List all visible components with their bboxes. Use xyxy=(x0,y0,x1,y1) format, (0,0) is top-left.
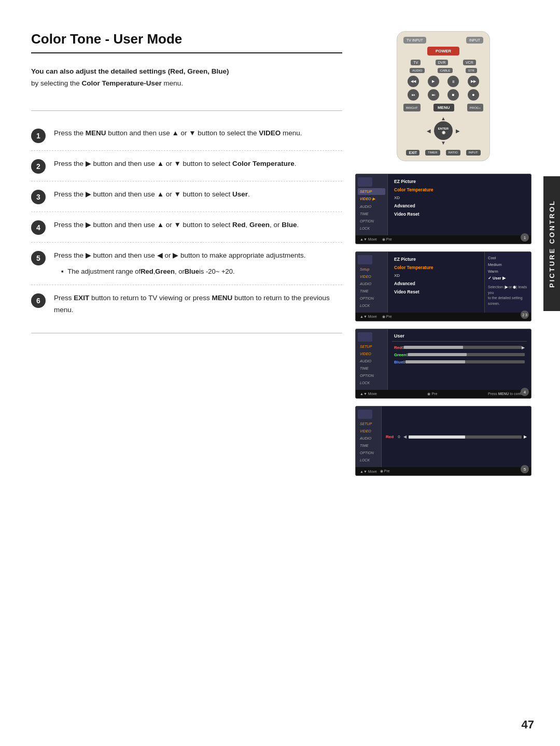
screen-4-bottom: ▲▼ Move ◉ Pre xyxy=(356,467,531,475)
enter-button[interactable]: ENTER ◉ xyxy=(434,121,453,140)
screen-2-advanced: Advanced xyxy=(392,279,480,287)
remote-row-1: TV DVR VCR xyxy=(403,60,483,65)
cable-btn[interactable]: CABLE xyxy=(438,68,453,73)
remote-power-row: POWER xyxy=(403,47,483,55)
screen-1-setup: SETUP xyxy=(358,188,385,195)
timer-btn[interactable]: TIMER xyxy=(425,150,440,156)
screen-4-move: ▲▼ Move xyxy=(360,470,377,473)
right-panel: TV INPUT INPUT POWER TV DVR VCR AUDIO CA… xyxy=(355,31,531,483)
screen-4-pre: ◉ Pre xyxy=(380,469,390,473)
screen-2-colortemp: Color Temperature xyxy=(392,263,480,271)
screen-1-colortemp: Color Temperature xyxy=(392,186,527,193)
screen-2-move: ▲▼ Move xyxy=(360,315,377,319)
screen-4-inner: SETUP VIDEO AUDIO TIME OPTION LOCK Red 0… xyxy=(356,406,531,467)
screen-3-option: OPTION xyxy=(358,372,385,379)
remote-row-3: ◀◀ ▶ ⏸ ▶▶ xyxy=(403,76,483,87)
step-number-1: 1 xyxy=(31,129,46,143)
screen-2-medium: Medium xyxy=(488,261,528,268)
screen-3-lock: LOCK xyxy=(358,379,385,386)
remote-nav: ▲ ◀ ENTER ◉ ▶ ▼ xyxy=(403,116,483,146)
screen-3-sidebar: SETUP VIDEO AUDIO TIME OPTION LOCK xyxy=(356,329,388,390)
screen-4-lock: LOCK xyxy=(358,457,379,463)
screen-4-time: TIME xyxy=(358,442,379,449)
screen-4-red-value: 0 xyxy=(398,434,400,439)
skip-btn[interactable]: ⏭ xyxy=(428,89,439,101)
menu-btn[interactable]: MENU xyxy=(433,104,454,111)
divider-top xyxy=(31,110,342,111)
audio-btn[interactable]: AUDIO xyxy=(410,68,425,73)
screen-1-bottom: ▲▼ Move ◉ Pre xyxy=(356,235,531,244)
nav-right-btn[interactable]: ▶ xyxy=(456,128,460,134)
screen-4-red-label: Red xyxy=(386,434,394,439)
side-tab: PICTURE CONTROL xyxy=(543,176,560,311)
screen-1-thumb xyxy=(358,177,372,187)
stop-btn[interactable]: ⏹ xyxy=(447,89,459,101)
step-1: 1 Press the MENU button and then use ▲ o… xyxy=(31,120,342,151)
screen-4-red-bar xyxy=(409,435,522,439)
screen-2-time: TIME xyxy=(358,288,385,294)
side-tab-label: PICTURE CONTROL xyxy=(548,200,556,288)
screen-4-badge: 5 xyxy=(521,465,529,473)
screen-3-audio: AUDIO xyxy=(358,358,385,364)
screen-3-blue-value: 0 xyxy=(403,360,405,364)
screen-4-setup: SETUP xyxy=(358,420,379,427)
screen-3-move: ▲▼ Move xyxy=(360,392,377,396)
exit-btn[interactable]: EXIT xyxy=(406,150,419,156)
step-text-3: Press the ▶ button and then use ▲ or ▼ b… xyxy=(54,189,250,201)
screen-1-move: ▲▼ Move xyxy=(360,237,377,242)
ff-btn[interactable]: ▶▶ xyxy=(468,76,479,87)
screen-2-inner: Setup VIDEO AUDIO TIME OPTION LOCK EZ Pi… xyxy=(356,252,531,313)
screen-3-green-bar xyxy=(408,353,525,356)
screen-2-video: VIDEO xyxy=(358,273,385,280)
step-5: 5 Press the ▶ button and then use ◀ or ▶… xyxy=(31,243,342,285)
screen-1-lock: LOCK xyxy=(358,225,385,232)
nav-down-btn[interactable]: ▼ xyxy=(441,140,446,146)
screen-1-main: EZ Picture Color Temperature XD Advanced… xyxy=(388,174,531,235)
vcr-btn[interactable]: VCR xyxy=(463,60,476,65)
pause-btn[interactable]: ⏸ xyxy=(447,76,459,87)
step-text-2: Press the ▶ button and then use ▲ or ▼ b… xyxy=(54,158,296,170)
progup-btn[interactable]: PROG+ xyxy=(467,104,483,111)
nav-left-btn[interactable]: ◀ xyxy=(427,128,431,134)
step-number-2: 2 xyxy=(31,159,46,174)
screen-1-badge: 1 xyxy=(521,233,529,242)
screen-4-option: OPTION xyxy=(358,449,379,456)
bright-btn[interactable]: BRIGHT xyxy=(403,104,421,111)
ratio-btn[interactable]: RATIO xyxy=(446,150,460,156)
power-button[interactable]: POWER xyxy=(427,47,459,55)
screen-2-thumb xyxy=(358,255,372,264)
step-number-6: 6 xyxy=(31,293,46,308)
screen-2-user: ✓ User ▶ xyxy=(488,275,528,281)
screen-2-lock: LOCK xyxy=(358,302,385,309)
prev-btn[interactable]: ⏮ xyxy=(408,89,419,101)
input-btn[interactable]: INPUT xyxy=(466,37,483,44)
remote-row-2: AUDIO CABLE STR xyxy=(403,68,483,73)
screen-1-videoreset: Video Reset xyxy=(392,210,527,218)
str-btn[interactable]: STR xyxy=(466,68,477,73)
screen-1-option: OPTION xyxy=(358,218,385,224)
nav-up-btn[interactable]: ▲ xyxy=(441,116,446,121)
divider-bottom xyxy=(31,333,342,333)
screen-2-videoreset: Video Reset xyxy=(392,288,480,295)
input2-btn[interactable]: INPUT xyxy=(466,150,481,156)
step-text-5: Press the ▶ button and then use ◀ or ▶ b… xyxy=(54,250,306,277)
screen-1-xd: XD xyxy=(392,194,527,201)
screen-1: SETUP VIDEO ▶ AUDIO TIME OPTION LOCK EZ … xyxy=(355,174,531,244)
page-title: Color Tone - User Mode xyxy=(31,31,342,53)
screen-2: Setup VIDEO AUDIO TIME OPTION LOCK EZ Pi… xyxy=(355,251,531,321)
tv-input-btn[interactable]: TV INPUT xyxy=(403,37,426,44)
rew-btn[interactable]: ◀◀ xyxy=(408,76,419,87)
intro-keyword: Color Temperature-User xyxy=(82,79,162,87)
screen-3-inner: SETUP VIDEO AUDIO TIME OPTION LOCK User … xyxy=(356,329,531,390)
step-5-sub-item: The adjustment range of Red, Green, or B… xyxy=(61,266,306,277)
tv-btn[interactable]: TV xyxy=(411,60,421,65)
remote-nav-middle: ◀ ENTER ◉ ▶ xyxy=(427,121,460,140)
screen-4-audio: AUDIO xyxy=(358,435,379,442)
step-text-6: Press EXIT button to return to TV viewin… xyxy=(54,292,342,316)
screen-3-red-row: Red 0 ▶ xyxy=(392,344,527,351)
screen-3-thumb xyxy=(358,332,372,342)
play-btn[interactable]: ▶ xyxy=(428,76,439,87)
dvr-btn[interactable]: DVR xyxy=(436,60,449,65)
rec-btn[interactable]: ⏺ xyxy=(468,89,479,101)
screen-1-ezpicture: EZ Picture xyxy=(392,177,527,185)
